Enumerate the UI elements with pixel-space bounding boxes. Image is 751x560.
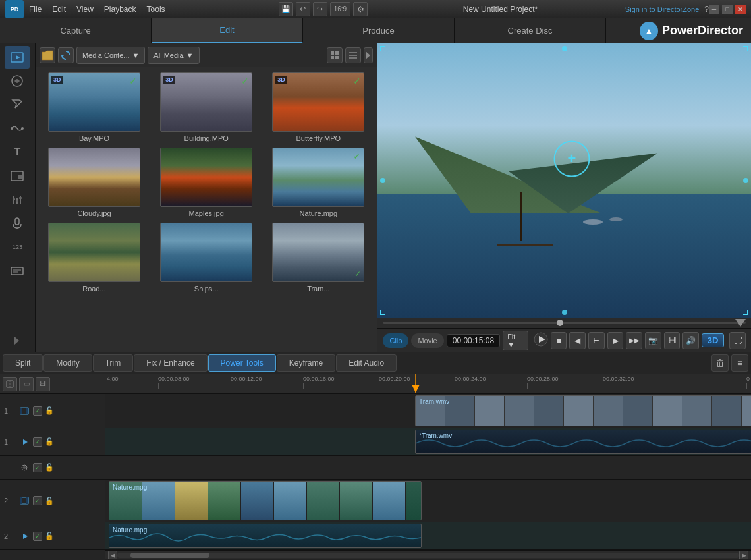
preview-scrubber[interactable] [377, 318, 751, 328]
sidebar-item-voice[interactable] [5, 212, 30, 235]
hscroll-track[interactable] [117, 553, 739, 558]
clip-options-button[interactable]: ≡ [731, 354, 748, 372]
media-thumb-butterfly[interactable]: 3D ✓ [272, 72, 364, 132]
media-item-tram[interactable]: ✓ Tram... [265, 223, 372, 293]
sidebar-item-transitions[interactable] [5, 117, 30, 140]
clip-tram-video[interactable]: Tram.wmv [415, 395, 751, 426]
media-thumb-building[interactable]: 3D ✓ [160, 72, 252, 132]
tab-fix-enhance[interactable]: Fix / Enhance [134, 354, 207, 372]
handle-bottom[interactable] [562, 310, 567, 315]
nav-edit[interactable]: Edit [152, 18, 303, 43]
media-item-bay[interactable]: 3D ✓ Bay.MPO [41, 72, 148, 142]
tab-power-tools[interactable]: Power Tools [208, 354, 276, 372]
snapshot-button[interactable]: 📷 [645, 332, 661, 349]
sidebar-item-audio-mix[interactable] [5, 188, 30, 211]
tab-trim[interactable]: Trim [93, 354, 134, 372]
nav-create-disc[interactable]: Create Disc [455, 18, 606, 43]
close-button[interactable]: ✕ [735, 5, 746, 14]
snap-button[interactable]: ⊢ [588, 332, 605, 349]
handle-right[interactable] [743, 178, 748, 183]
media-thumb-nature[interactable]: ✓ [272, 148, 364, 207]
scroll-left-button[interactable]: ◀ [108, 551, 117, 560]
sidebar-item-fix[interactable] [5, 94, 30, 116]
next-frame-button[interactable]: ▶ [607, 332, 624, 349]
menu-file[interactable]: File [29, 5, 42, 14]
fullscreen-button[interactable]: ⛶ [729, 332, 746, 349]
folder-button[interactable] [40, 47, 55, 63]
handle-top[interactable] [562, 46, 567, 51]
track-check-v2[interactable]: ✓ [33, 496, 42, 505]
movie-toggle[interactable]: Movie [411, 333, 443, 348]
clip-nature-video[interactable]: Nature.mpg [109, 481, 422, 520]
track-lock-a2[interactable]: 🔓 [45, 532, 54, 540]
tab-edit-audio[interactable]: Edit Audio [336, 354, 397, 372]
refresh-button[interactable] [58, 47, 74, 63]
toolbar-redo[interactable]: ↪ [313, 2, 327, 16]
timeline-tool-select[interactable] [3, 377, 17, 391]
toolbar-undo[interactable]: ↩ [296, 2, 310, 16]
nav-produce[interactable]: Produce [303, 18, 455, 43]
grid-view-button[interactable] [327, 47, 343, 63]
clip-nature-audio[interactable]: Nature.mpg [109, 524, 422, 548]
media-thumb-ships[interactable] [160, 223, 252, 282]
toolbar-save[interactable]: 💾 [279, 2, 293, 16]
track-check-a2[interactable]: ✓ [33, 532, 42, 541]
media-item-cloudy[interactable]: Cloudy.jpg [41, 148, 148, 217]
sidebar-item-subtitles[interactable] [5, 260, 30, 282]
sidebar-item-media[interactable] [5, 46, 30, 69]
maximize-button[interactable]: □ [722, 5, 733, 14]
media-item-maples[interactable]: Maples.jpg [153, 148, 260, 217]
clip-toggle[interactable]: Clip [383, 333, 408, 348]
timeline-tool-ripple[interactable]: ▭ [19, 377, 34, 391]
scroll-right-button[interactable]: ▶ [739, 551, 748, 560]
media-item-nature[interactable]: ✓ Nature.mpg [265, 148, 372, 217]
sidebar-item-titles[interactable]: T [5, 141, 30, 163]
toolbar-ratio[interactable]: 16:9 [330, 2, 350, 16]
timeline-ruler[interactable]: 4:00 00:00:08:00 00:00:12:00 00:00:16:00… [105, 374, 751, 394]
toolbar-settings[interactable]: ⚙ [353, 2, 368, 16]
delete-clip-button[interactable]: 🗑 [711, 354, 729, 372]
media-item-ships[interactable]: Ships... [153, 223, 260, 293]
media-thumb-bay[interactable]: 3D ✓ [48, 72, 140, 132]
sidebar-item-effects[interactable] [5, 70, 30, 92]
collapse-panel-button[interactable] [364, 47, 373, 63]
clip-tram-audio[interactable]: *Tram.wmv [415, 430, 751, 454]
media-thumb-tram[interactable]: ✓ [272, 223, 364, 282]
tab-modify[interactable]: Modify [43, 354, 92, 372]
sidebar-item-pip[interactable] [5, 165, 30, 187]
stop-button[interactable]: ■ [551, 332, 567, 349]
handle-left[interactable] [380, 178, 385, 183]
nav-capture[interactable]: Capture [0, 18, 152, 43]
toggle-video-button[interactable]: 🎞 [664, 332, 681, 349]
media-thumb-cloudy[interactable] [48, 148, 140, 207]
media-item-road[interactable]: Road... [41, 223, 148, 293]
fast-fwd-button[interactable]: ▶▶ [626, 332, 642, 349]
help-icon[interactable]: ? [704, 5, 709, 14]
tab-split[interactable]: Split [3, 354, 43, 372]
menu-tools[interactable]: Tools [147, 5, 165, 14]
media-thumb-road[interactable] [48, 223, 140, 282]
media-filter-dropdown[interactable]: All Media ▼ [148, 47, 199, 64]
track-lock-v1[interactable]: 🔓 [45, 406, 54, 415]
hscroll-thumb[interactable] [130, 553, 209, 558]
preview-end-handle[interactable] [735, 319, 746, 327]
list-view-button[interactable] [345, 47, 361, 63]
menu-edit[interactable]: Edit [52, 5, 66, 14]
sidebar-item-chapters[interactable]: 123 [5, 236, 30, 258]
tab-keyframe[interactable]: Keyframe [277, 354, 335, 372]
fit-dropdown[interactable]: Fit ▼ [503, 331, 528, 350]
track-lock-a1[interactable]: 🔓 [45, 437, 54, 446]
3d-button[interactable]: 3D [702, 333, 725, 347]
minimize-button[interactable]: ─ [709, 5, 719, 14]
menu-view[interactable]: View [76, 5, 94, 14]
track-check-a1[interactable]: ✓ [33, 437, 42, 447]
content-filter-dropdown[interactable]: Media Conte... ▼ [76, 47, 145, 64]
scrubber-track[interactable] [383, 322, 746, 324]
menu-playback[interactable]: Playback [104, 5, 136, 14]
media-item-butterfly[interactable]: 3D ✓ Butterfly.MPO [265, 72, 372, 142]
timeline-hscroll[interactable]: ◀ ▶ [105, 550, 751, 559]
track-lock-v2[interactable]: 🔓 [45, 497, 54, 505]
toggle-audio-button[interactable]: 🔊 [682, 332, 699, 349]
sign-in-link[interactable]: Sign in to DirectorZone [625, 5, 700, 13]
timeline-tool-film[interactable]: 🎞 [36, 377, 50, 391]
